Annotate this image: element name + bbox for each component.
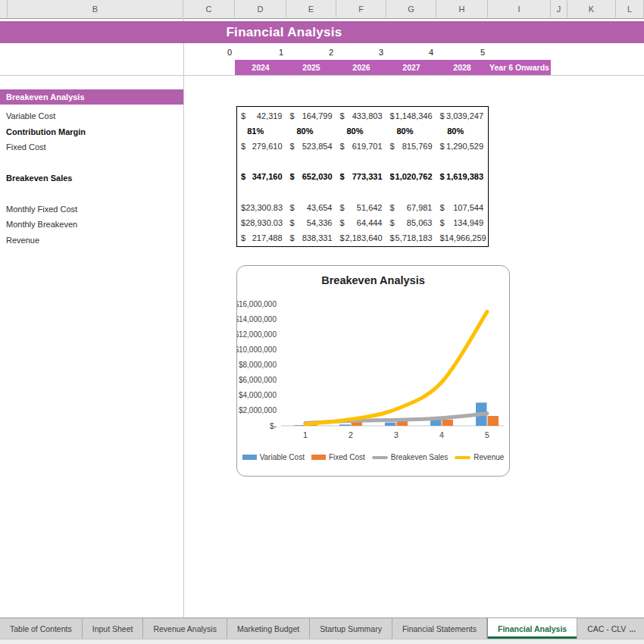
row-label-variable-cost[interactable]: Variable Cost [0, 108, 183, 123]
table-cell[interactable] [286, 184, 336, 199]
tab-startup-summary[interactable]: Startup Summary [310, 618, 392, 639]
column-header-corner[interactable] [0, 0, 8, 17]
table-cell[interactable]: $2,183,640 [336, 230, 386, 245]
table-cell[interactable]: $773,331 [336, 169, 386, 184]
tab-overflow-ellipsis: ... [629, 624, 636, 633]
breakeven-chart[interactable]: $-$2,000,000$4,000,000$6,000,000$8,000,0… [236, 265, 510, 477]
tab-label: Financial Statements [402, 624, 477, 633]
legend-swatch-breakeven-sales [372, 456, 388, 459]
table-row-blank [237, 184, 488, 199]
period-number[interactable]: 4 [391, 48, 433, 60]
tab-financial-statements[interactable]: Financial Statements [392, 618, 487, 639]
table-cell[interactable]: $815,769 [386, 139, 436, 154]
table-cell[interactable] [237, 184, 286, 199]
tab-marketing-budget[interactable]: Marketing Budget [227, 618, 310, 639]
table-cell[interactable]: $838,331 [286, 230, 336, 245]
table-cell[interactable]: $652,030 [286, 169, 336, 184]
period-number[interactable]: 1 [241, 48, 283, 60]
year-header-2028[interactable]: 2028 [436, 60, 488, 75]
tab-input-sheet[interactable]: Input Sheet [83, 618, 144, 639]
column-header-G[interactable]: G [386, 0, 436, 17]
column-header-C[interactable]: C [183, 0, 235, 17]
row-label-breakeven-sales[interactable]: Breakeven Sales [0, 170, 183, 186]
column-header-B[interactable]: B [8, 0, 183, 17]
table-cell[interactable] [336, 154, 386, 169]
table-cell[interactable]: $279,610 [237, 139, 286, 154]
tab-cac-clv[interactable]: CAC - CLV... [577, 618, 644, 639]
table-cell[interactable]: $3,039,247 [436, 108, 488, 123]
table-cell[interactable]: $523,854 [286, 139, 336, 154]
table-cell[interactable]: $347,160 [237, 169, 286, 184]
table-cell[interactable]: $217,488 [237, 230, 286, 245]
year-header-2026[interactable]: 2026 [336, 60, 386, 75]
table-cell[interactable]: $619,701 [336, 139, 386, 154]
svg-text:1: 1 [303, 430, 308, 439]
table-cell[interactable] [237, 154, 286, 169]
column-header-E[interactable]: E [286, 0, 336, 17]
section-header[interactable]: Breakeven Analysis [0, 89, 183, 105]
row-label-fixed-cost[interactable]: Fixed Cost [0, 139, 183, 155]
table-cell[interactable]: $433,803 [336, 108, 386, 123]
period-number[interactable]: 5 [442, 48, 485, 60]
period-number[interactable]: 3 [341, 48, 383, 60]
table-cell[interactable] [286, 154, 336, 169]
tab-revenue-analysis[interactable]: Revenue Analysis [143, 618, 227, 639]
legend-item-fixed-cost: Fixed Cost [311, 453, 365, 461]
year-header-2025[interactable]: 2025 [286, 60, 336, 75]
table-cell[interactable]: $134,949 [436, 215, 488, 230]
column-header-K[interactable]: K [567, 0, 616, 17]
table-cell[interactable]: $42,319 [237, 108, 286, 123]
table-cell[interactable]: $23,300.83 [237, 200, 286, 215]
table-cell[interactable] [436, 154, 488, 169]
year-header-2024[interactable]: 2024 [235, 60, 286, 75]
table-cell[interactable]: $64,444 [336, 215, 386, 230]
table-cell[interactable] [336, 184, 386, 199]
table-cell[interactable]: $5,718,183 [386, 230, 436, 245]
table-cell[interactable]: 81% [237, 123, 286, 139]
row-label-monthly-breakeven[interactable]: Monthly Breakeven [0, 217, 183, 232]
svg-text:$2,000,000: $2,000,000 [239, 406, 277, 414]
table-cell[interactable]: 80% [286, 123, 336, 139]
tab-financial-analysis[interactable]: Financial Analysis [487, 618, 577, 639]
table-cell[interactable]: 80% [386, 123, 436, 139]
table-cell[interactable]: $164,799 [286, 108, 336, 123]
table-cell[interactable]: $1,148,346 [386, 108, 436, 123]
table-cell[interactable] [436, 184, 488, 199]
column-header-I[interactable]: I [488, 0, 551, 17]
period-number[interactable]: 2 [291, 48, 333, 60]
table-cell[interactable]: 80% [436, 123, 488, 139]
table-cell[interactable]: $14,966,259 [436, 230, 488, 245]
table-cell[interactable]: $54,336 [286, 215, 336, 230]
gridline-horizontal [0, 75, 644, 76]
table-cell[interactable]: $67,981 [386, 200, 436, 215]
table-cell[interactable]: $1,619,383 [436, 169, 488, 184]
row-label-blank[interactable] [0, 155, 183, 170]
table-cell[interactable]: $85,063 [386, 215, 436, 230]
table-cell[interactable]: 80% [336, 123, 386, 139]
row-label-revenue[interactable]: Revenue [0, 233, 183, 248]
row-label-blank[interactable] [0, 186, 183, 201]
table-cell[interactable]: $1,020,762 [386, 169, 436, 184]
table-cell[interactable] [386, 184, 436, 199]
table-row-blank [237, 154, 488, 169]
table-cell[interactable]: $107,544 [436, 200, 488, 215]
column-header-L[interactable]: L [616, 0, 644, 17]
column-header-H[interactable]: H [436, 0, 488, 17]
year-header-year-6-onwards[interactable]: Year 6 Onwards [488, 60, 551, 75]
row-label-monthly-fixed-cost[interactable]: Monthly Fixed Cost [0, 202, 183, 217]
tab-table-of-contents[interactable]: Table of Contents [0, 618, 83, 639]
gridline-vertical [183, 18, 184, 617]
row-label-contribution-margin[interactable]: Contribution Margin [0, 123, 183, 139]
table-cell[interactable]: $51,642 [336, 200, 386, 215]
column-header-J[interactable]: J [551, 0, 567, 17]
title-banner[interactable]: Financial Analysis [0, 21, 644, 43]
table-cell[interactable]: $1,290,529 [436, 139, 488, 154]
table-cell[interactable]: $43,654 [286, 200, 336, 215]
period-number[interactable]: 0 [189, 48, 232, 60]
column-header-D[interactable]: D [235, 0, 286, 17]
tab-label: Startup Summary [320, 624, 382, 633]
column-header-F[interactable]: F [336, 0, 386, 17]
year-header-2027[interactable]: 2027 [386, 60, 436, 75]
table-cell[interactable] [386, 154, 436, 169]
table-cell[interactable]: $28,930.03 [237, 215, 286, 230]
